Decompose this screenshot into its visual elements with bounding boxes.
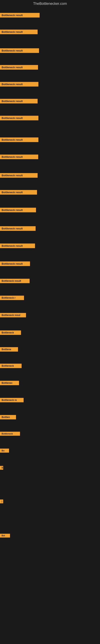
bottleneck-result-item: Bottlen [0, 415, 16, 420]
bottleneck-result-item: Bottleneck result [0, 190, 37, 196]
bottleneck-result-label: | [0, 500, 3, 503]
bottleneck-result-item: Bottlenec [0, 381, 19, 386]
bottleneck-result-label: Bottleneck result [0, 208, 36, 212]
bottleneck-result-item: Bottleneck result [0, 226, 36, 232]
bottleneck-result-item: Bottlene [0, 347, 18, 352]
bottleneck-result-label: Bottleneck result [0, 99, 38, 104]
bottleneck-result-label: Bottlenec [0, 381, 19, 385]
bottleneck-result-label: Bottleneck result [0, 279, 30, 283]
bottleneck-result-item: Bottleneck result [0, 30, 38, 35]
bottleneck-result-label: Bottleneck result [0, 116, 38, 120]
bottleneck-result-item: Bottleneck resul [0, 313, 26, 318]
bottleneck-result-item: Bot [0, 534, 10, 538]
bottleneck-result-item: Bottleneck result [0, 48, 39, 54]
bottleneck-result-item: Bottleneck result [0, 173, 38, 178]
bottleneck-result-label: Bottleneck result [0, 48, 39, 53]
bottleneck-result-item: Bottleneck result [0, 82, 38, 87]
site-title: TheBottlenecker.com [0, 0, 100, 8]
bottleneck-result-item: Bottleneck [0, 330, 21, 336]
bottleneck-result-item: Bottleneck result [0, 208, 36, 213]
bottleneck-result-label: Bottleneck result [0, 262, 30, 266]
bottleneck-result-label: Bottleneck result [0, 244, 35, 248]
bottleneck-result-label: Bottleneck result [0, 13, 40, 18]
bottleneck-result-item: Bottleneck result [0, 99, 38, 104]
bottleneck-result-item: Bottleneck result [0, 262, 30, 267]
bottleneck-result-label: Bot [0, 534, 10, 538]
bottleneck-result-label: Bottleneck result [0, 226, 36, 231]
bottleneck-result-label: Bottleneck resul [0, 313, 26, 317]
bottleneck-result-item: Bottleneck [0, 364, 22, 369]
bottleneck-result-label: Bottleneck result [0, 82, 38, 86]
bottleneck-result-label: Bottleneck result [0, 154, 38, 159]
bottleneck-result-label: Bottleneck re [0, 398, 24, 402]
bottleneck-result-item: Bottleneck result [0, 65, 38, 70]
bottleneck-result-label: Bottleneck result [0, 190, 37, 194]
bottleneck-result-label: Bottlen [0, 415, 16, 420]
bottleneck-result-item: Bottleneck re [0, 398, 24, 403]
bottleneck-result-item: B [0, 466, 3, 470]
bottleneck-result-label: Bottleneck r [0, 296, 24, 300]
bottleneck-result-item: Bottleneck result [0, 13, 40, 18]
bottleneck-result-item: | [0, 500, 3, 504]
bottleneck-result-item: Bottleneck result [0, 244, 35, 249]
bottleneck-result-item: Bo [0, 448, 9, 454]
bottleneck-result-item: Bottleneck r [0, 296, 24, 301]
bottleneck-result-label: Bo [0, 448, 9, 452]
bottleneck-result-label: Bottleneck result [0, 138, 38, 142]
bottleneck-result-label: Bottlene [0, 347, 18, 352]
bottleneck-result-label: Bottleneck result [0, 65, 38, 70]
bottleneck-result-label: Bottleneck [0, 364, 22, 368]
bottleneck-result-item: Bottleneck result [0, 279, 30, 284]
bottleneck-result-label: B [0, 466, 3, 470]
bottleneck-result-item: Bottleneck result [0, 116, 38, 121]
bottleneck-result-label: Bottleneck [0, 330, 21, 335]
bottleneck-result-item: Bottleneck result [0, 154, 38, 160]
bottleneck-result-item: Bottleneck [0, 432, 20, 436]
bottleneck-result-label: Bottleneck result [0, 173, 38, 178]
bottleneck-result-label: Bottleneck [0, 432, 20, 436]
bottleneck-result-item: Bottleneck result [0, 138, 38, 143]
bottleneck-result-label: Bottleneck result [0, 30, 38, 34]
